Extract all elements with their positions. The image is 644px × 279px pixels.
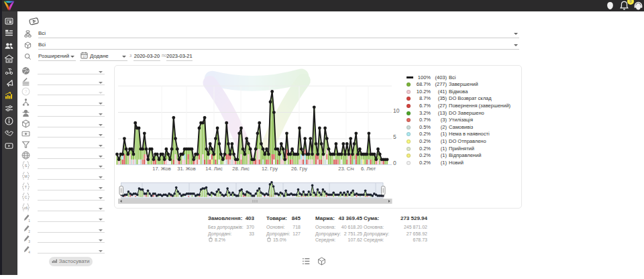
svg-text:26. Гру: 26. Гру [291, 166, 307, 172]
svg-text:M: M [24, 174, 28, 178]
svg-text:28. Лис: 28. Лис [232, 166, 250, 172]
svg-text:?: ? [25, 89, 28, 94]
svg-text:C: C [25, 195, 28, 199]
svg-text:c6: c6 [24, 206, 28, 210]
svg-text:17. Жов: 17. Жов [152, 166, 171, 172]
svg-text:23. Січ: 23. Січ [338, 166, 354, 172]
svg-text:6. Лют: 6. Лют [361, 166, 376, 172]
svg-text:12. Гру: 12. Гру [262, 166, 278, 172]
svg-text:0: 0 [393, 160, 396, 166]
svg-text:T: T [25, 184, 28, 188]
svg-text:4: 4 [28, 251, 30, 254]
svg-text:2: 2 [28, 229, 30, 233]
svg-text:10: 10 [393, 107, 400, 114]
svg-text:31. Жов: 31. Жов [177, 166, 196, 172]
svg-text:1: 1 [28, 219, 30, 223]
svg-text:14. Лис: 14. Лис [205, 166, 223, 172]
svg-text:S: S [25, 164, 28, 168]
svg-text:3: 3 [28, 240, 30, 243]
svg-text:5: 5 [393, 133, 396, 140]
